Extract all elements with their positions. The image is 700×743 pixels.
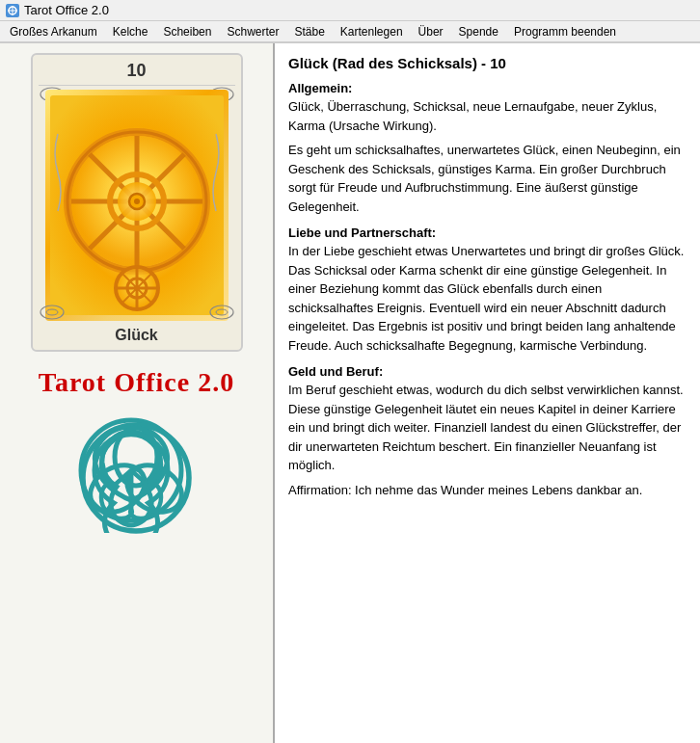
- menu-bar: Großes Arkanum Kelche Scheiben Schwerter…: [0, 21, 700, 42]
- section-liebe-text: In der Liebe geschieht etwas Unerwartete…: [288, 242, 687, 355]
- menu-grosses-arkanum[interactable]: Großes Arkanum: [2, 23, 105, 40]
- menu-scheiben[interactable]: Scheiben: [155, 23, 219, 40]
- svg-point-28: [40, 305, 64, 319]
- card-number: 10: [39, 61, 235, 86]
- section-allgemein-text1: Glück, Überraschung, Schicksal, neue Ler…: [288, 97, 687, 135]
- section-affirmation-text: Affirmation: Ich nehme das Wunder meines…: [288, 481, 687, 500]
- svg-point-31: [216, 309, 228, 315]
- tarot-card[interactable]: 10: [31, 53, 243, 352]
- title-text: Tarot Office 2.0: [24, 3, 109, 17]
- card-image: [45, 90, 229, 321]
- menu-kelche[interactable]: Kelche: [105, 23, 156, 40]
- logo-title: Tarot Office 2.0: [39, 367, 234, 398]
- menu-programm-beenden[interactable]: Programm beenden: [506, 23, 624, 40]
- menu-staebe[interactable]: Stäbe: [286, 23, 332, 40]
- svg-point-29: [46, 309, 58, 315]
- logo-area: Tarot Office 2.0 .tq { fill: none; strok…: [39, 367, 234, 545]
- section-allgemein-text2: Es geht um schicksalhaftes, unerwartetes…: [288, 141, 687, 216]
- svg-point-18: [134, 199, 140, 204]
- left-panel: 10: [0, 43, 275, 743]
- svg-point-30: [210, 305, 233, 319]
- triquetra-symbol: .tq { fill: none; stroke: #2a9ea0; strok…: [68, 408, 203, 545]
- menu-ueber[interactable]: Über: [411, 23, 451, 40]
- section-geld-header: Geld und Beruf:: [288, 364, 687, 379]
- right-panel[interactable]: Glück (Rad des Schicksals) - 10 Allgemei…: [275, 43, 700, 743]
- app-icon: [6, 4, 19, 17]
- corner-decoration-bl: [39, 302, 67, 321]
- corner-decoration-br: [206, 302, 235, 321]
- section-geld-text: Im Beruf geschieht etwas, wodurch du dic…: [288, 381, 687, 475]
- card-name: Glück: [115, 327, 157, 344]
- section-allgemein-header: Allgemein:: [288, 81, 687, 95]
- menu-spende[interactable]: Spende: [451, 23, 506, 40]
- main-content: 10: [0, 42, 700, 743]
- section-liebe-header: Liebe und Partnerschaft:: [288, 226, 687, 240]
- title-bar: Tarot Office 2.0: [0, 0, 700, 21]
- menu-kartenlegen[interactable]: Kartenlegen: [333, 23, 411, 40]
- menu-schwerter[interactable]: Schwerter: [219, 23, 286, 40]
- card-detail-title: Glück (Rad des Schicksals) - 10: [288, 55, 687, 71]
